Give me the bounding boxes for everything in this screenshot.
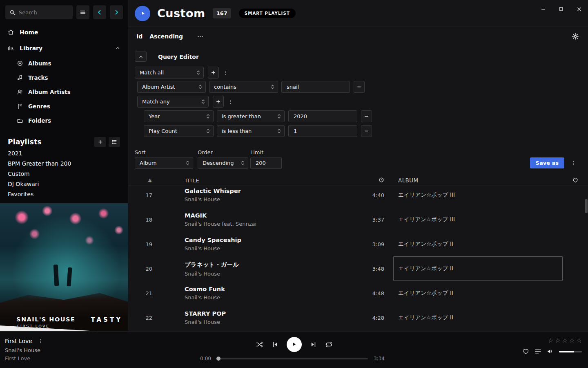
repeat-icon[interactable] bbox=[325, 341, 333, 348]
save-menu-icon[interactable] bbox=[570, 160, 577, 166]
remove-rule2-button[interactable] bbox=[361, 110, 372, 122]
track-album-cell[interactable]: エイリアン☆ポップ II bbox=[393, 240, 563, 248]
sort-select[interactable]: Album bbox=[135, 157, 193, 169]
shuffle-icon[interactable] bbox=[256, 341, 263, 348]
sort-field-button[interactable]: Id bbox=[136, 33, 143, 40]
rule1-field-select[interactable]: Album Artist bbox=[137, 81, 206, 93]
minimize-button[interactable] bbox=[534, 0, 552, 18]
playlist-item-bpm[interactable]: BPM Greater than 200 bbox=[0, 158, 128, 168]
sidebar-home-label: Home bbox=[20, 29, 38, 36]
search-input[interactable] bbox=[19, 9, 69, 16]
maximize-button[interactable] bbox=[552, 0, 570, 18]
remove-rule1-button[interactable] bbox=[354, 81, 365, 93]
volume-icon[interactable] bbox=[547, 348, 554, 355]
sidebar-item-genres[interactable]: Genres bbox=[0, 99, 128, 113]
now-playing-cover-art: SNAIL'S HOUSE FIRST LOVE TASTY bbox=[0, 203, 128, 331]
add-playlist-button[interactable] bbox=[94, 137, 106, 147]
track-album-cell[interactable]: エイリアン☆ポップ II bbox=[393, 314, 563, 321]
star-icon[interactable]: ☆ bbox=[562, 337, 568, 344]
track-album-cell[interactable]: エイリアン☆ポップ III bbox=[393, 216, 563, 223]
star-icon[interactable]: ☆ bbox=[555, 337, 560, 344]
sidebar-item-home[interactable]: Home bbox=[0, 24, 128, 40]
order-select[interactable]: Descending bbox=[198, 157, 248, 169]
match-any-select[interactable]: Match any bbox=[137, 96, 209, 108]
track-row[interactable]: 19 Candy Spaceship Snail's House 3:09 エイ… bbox=[128, 232, 588, 256]
play-playlist-button[interactable] bbox=[135, 6, 150, 21]
track-album-cell[interactable]: エイリアン☆ポップ III bbox=[393, 191, 563, 199]
cover-artist-text: SNAIL'S HOUSE bbox=[16, 316, 75, 323]
play-pause-button[interactable] bbox=[287, 337, 302, 352]
more-options-icon[interactable] bbox=[197, 33, 204, 40]
rule2-operator-select[interactable]: is greater than bbox=[217, 110, 285, 122]
limit-input[interactable] bbox=[252, 160, 281, 166]
star-icon[interactable]: ☆ bbox=[569, 337, 575, 344]
close-button[interactable] bbox=[570, 0, 588, 18]
sort-order-button[interactable]: Ascending bbox=[149, 33, 183, 40]
star-icon[interactable]: ☆ bbox=[548, 337, 553, 344]
remove-rule3-button[interactable] bbox=[361, 125, 372, 137]
playlist-item-favorites[interactable]: Favorites bbox=[0, 189, 128, 199]
rule3-value-input[interactable] bbox=[290, 128, 356, 134]
match-all-select[interactable]: Match all bbox=[135, 67, 204, 79]
track-album-cell-focused[interactable]: エイリアン☆ポップ II bbox=[393, 256, 563, 281]
track-row[interactable]: 17 Galactic Whisper Snail's House 4:40 エ… bbox=[128, 186, 588, 207]
scrollbar-thumb[interactable] bbox=[585, 199, 588, 213]
hamburger-icon bbox=[80, 9, 86, 16]
collapse-query-editor-button[interactable] bbox=[135, 52, 147, 62]
sidebar-item-tracks[interactable]: Tracks bbox=[0, 70, 128, 85]
playlist-item-dj-okawari[interactable]: DJ Okawari bbox=[0, 179, 128, 189]
queue-icon[interactable] bbox=[535, 348, 541, 355]
track-row[interactable]: 20 プラネット・ガール Snail's House 3:48 エイリアン☆ポッ… bbox=[128, 256, 588, 281]
save-as-button[interactable]: Save as bbox=[530, 157, 564, 168]
select-arrows-icon bbox=[206, 113, 210, 119]
star-icon[interactable]: ☆ bbox=[577, 337, 582, 344]
settings-gear-icon[interactable] bbox=[572, 33, 579, 40]
playlist-list-button[interactable] bbox=[109, 137, 120, 147]
rule3-operator-select[interactable]: is less than bbox=[217, 125, 285, 137]
track-row[interactable]: 22 STARRY POP Snail's House 4:28 エイリアン☆ポ… bbox=[128, 305, 588, 330]
rule1-value-input[interactable] bbox=[283, 84, 349, 90]
track-title: Galactic Whisper bbox=[185, 188, 365, 194]
add-rule-button[interactable] bbox=[208, 67, 219, 79]
favorite-heart-icon[interactable] bbox=[522, 348, 529, 355]
add-subrule-button[interactable] bbox=[213, 96, 224, 108]
sidebar-albums-label: Albums bbox=[28, 60, 51, 67]
nav-forward-button[interactable] bbox=[110, 5, 123, 19]
column-duration[interactable] bbox=[365, 177, 393, 184]
rule1-value-field[interactable] bbox=[281, 81, 350, 93]
rule2-field-select[interactable]: Year bbox=[144, 110, 214, 122]
sidebar-item-library[interactable]: Library bbox=[0, 40, 128, 56]
limit-field[interactable] bbox=[250, 157, 282, 169]
rule3-value-field[interactable] bbox=[288, 125, 357, 137]
group-menu-icon[interactable] bbox=[222, 70, 229, 76]
column-number[interactable]: # bbox=[128, 177, 152, 184]
sidebar-item-album-artists[interactable]: Album Artists bbox=[0, 85, 128, 99]
smart-playlist-badge: SMART PLAYLIST bbox=[239, 9, 296, 18]
track-row[interactable]: 18 MAGIK Snail's House feat. Sennzai 3:3… bbox=[128, 207, 588, 232]
search-box[interactable] bbox=[5, 5, 73, 19]
rule2-value-field[interactable] bbox=[288, 110, 357, 122]
sidebar-item-folders[interactable]: Folders bbox=[0, 113, 128, 128]
seek-handle[interactable] bbox=[216, 357, 220, 361]
track-artist: Snail's House bbox=[185, 319, 365, 325]
track-row[interactable]: 21 Cosmo Funk Snail's House 4:48 エイリアン☆ポ… bbox=[128, 281, 588, 305]
rule2-value-input[interactable] bbox=[290, 113, 356, 119]
volume-slider[interactable] bbox=[559, 351, 582, 352]
rule3-field-select[interactable]: Play Count bbox=[144, 125, 214, 137]
subgroup-menu-icon[interactable] bbox=[227, 99, 234, 105]
sidebar-item-albums[interactable]: Albums bbox=[0, 56, 128, 70]
previous-track-icon[interactable] bbox=[271, 341, 279, 348]
menu-button[interactable] bbox=[76, 5, 89, 19]
column-favorite[interactable] bbox=[563, 177, 588, 183]
track-title: Candy Spaceship bbox=[185, 237, 365, 243]
column-title[interactable]: TITLE bbox=[185, 177, 365, 184]
next-track-icon[interactable] bbox=[310, 341, 317, 348]
track-album-cell[interactable]: エイリアン☆ポップ II bbox=[393, 289, 563, 297]
playlist-item-custom[interactable]: Custom bbox=[0, 168, 128, 179]
column-album[interactable]: ALBUM bbox=[393, 177, 563, 184]
playlist-item-2021[interactable]: 2021 bbox=[0, 148, 128, 158]
nav-back-button[interactable] bbox=[93, 5, 106, 19]
seek-bar[interactable] bbox=[217, 358, 368, 359]
rule1-operator-select[interactable]: contains bbox=[209, 81, 278, 93]
now-playing-menu-icon[interactable] bbox=[37, 338, 45, 344]
